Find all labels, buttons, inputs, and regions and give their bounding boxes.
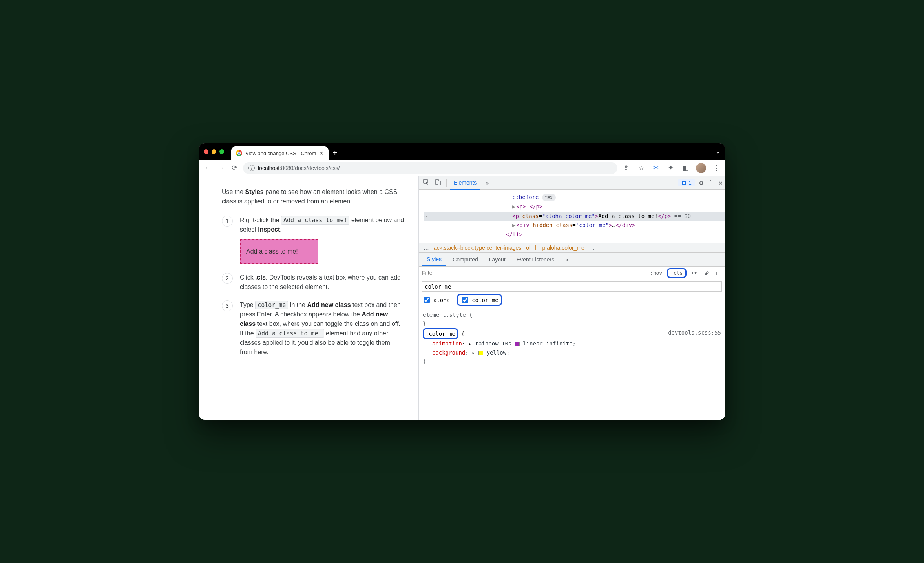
menu-icon[interactable]: ⋮	[712, 164, 721, 172]
sidepanel-icon[interactable]: ◧	[681, 164, 690, 172]
more-subtabs-icon[interactable]: »	[561, 253, 573, 266]
devtools-panel: Elements » 1 ⚙ ⋮ ✕ ::before flex ▶<p>…</…	[419, 176, 725, 420]
intro-text: Use the Styles pane to see how an elemen…	[222, 187, 404, 206]
close-icon[interactable]	[204, 149, 208, 154]
kebab-icon[interactable]: ⋮	[708, 179, 714, 186]
tab-layout[interactable]: Layout	[484, 253, 510, 266]
url-port: :8080	[279, 165, 293, 171]
dom-tree[interactable]: ::before flex ▶<p>…</p> ⋯ <p class="aloh…	[419, 190, 725, 243]
share-icon[interactable]: ⇪	[621, 164, 631, 172]
close-tab-icon[interactable]: ✕	[319, 150, 324, 156]
step-3: Type color_me in the Add new class text …	[222, 300, 404, 357]
code-snippet: color_me	[255, 301, 288, 309]
window-controls	[204, 149, 224, 154]
styles-subtabs: Styles Computed Layout Event Listeners »	[419, 253, 725, 267]
class-toggle-color-me[interactable]: color_me	[460, 296, 498, 304]
filter-row: :hov .cls +▾ 🖌 ◫	[419, 267, 725, 280]
svg-rect-4	[683, 182, 685, 183]
hov-button[interactable]: :hov	[648, 269, 665, 277]
forward-button[interactable]: →	[216, 164, 226, 172]
titlebar: View and change CSS - Chrom ✕ + ⌄	[199, 143, 725, 160]
breadcrumb-item[interactable]: p.aloha.color_me	[542, 245, 584, 251]
close-devtools-icon[interactable]: ✕	[719, 179, 723, 186]
filter-input[interactable]	[422, 268, 645, 278]
breadcrumb-item[interactable]: ol	[526, 245, 530, 251]
step-2: Click .cls. DevTools reveals a text box …	[222, 273, 404, 292]
page-content: Use the Styles pane to see how an elemen…	[199, 176, 419, 420]
tab-styles[interactable]: Styles	[422, 253, 446, 266]
selected-node[interactable]: ⋯ <p class="aloha color_me">Add a class …	[424, 212, 725, 221]
rule-source-link[interactable]: _devtools.scss:55	[665, 328, 721, 339]
add-class-input[interactable]	[422, 282, 722, 292]
paint-icon[interactable]: 🖌	[702, 269, 712, 277]
svg-rect-2	[438, 181, 441, 185]
reload-button[interactable]: ⟳	[230, 164, 239, 172]
tab-event-listeners[interactable]: Event Listeners	[512, 253, 559, 266]
back-button[interactable]: ←	[203, 164, 212, 172]
new-tab-button[interactable]: +	[332, 148, 337, 157]
extensions-icon[interactable]: ✦	[666, 164, 676, 172]
avatar[interactable]	[696, 163, 706, 173]
inspect-icon[interactable]	[421, 179, 431, 186]
breadcrumb-item[interactable]: ack.stack--block.type.center-images	[434, 245, 521, 251]
color-swatch-icon[interactable]	[478, 351, 483, 355]
minimize-icon[interactable]	[212, 149, 216, 154]
address-bar[interactable]: i localhost:8080/docs/devtools/css/	[243, 162, 617, 174]
url-path: /docs/devtools/css/	[293, 165, 340, 171]
more-tabs-icon[interactable]: »	[482, 180, 492, 186]
gear-icon[interactable]: ⚙	[699, 179, 703, 186]
toolbar: ← → ⟳ i localhost:8080/docs/devtools/css…	[199, 160, 725, 176]
element-style-rule: element.style {	[423, 311, 721, 319]
chrome-icon	[236, 150, 242, 156]
code-snippet: Add a class to me!	[281, 216, 350, 225]
computed-toggle-icon[interactable]: ◫	[714, 269, 722, 277]
devtools-tabs: Elements » 1 ⚙ ⋮ ✕	[419, 176, 725, 190]
breadcrumb[interactable]: … ack.stack--block.type.center-images ol…	[419, 243, 725, 253]
tab-elements[interactable]: Elements	[450, 176, 480, 190]
class-toggle-aloha[interactable]: aloha	[422, 296, 450, 304]
device-toggle-icon[interactable]	[433, 179, 443, 186]
rule-selector[interactable]: .color_me	[423, 328, 458, 339]
styles-rules[interactable]: element.style { } .color_me { _devtools.…	[419, 309, 725, 367]
breadcrumb-item[interactable]: li	[535, 245, 537, 251]
svg-rect-5	[683, 183, 685, 184]
browser-tab[interactable]: View and change CSS - Chrom ✕	[231, 146, 329, 160]
code-snippet: Add a class to me!	[256, 329, 324, 338]
step-1: Right-click the Add a class to me! eleme…	[222, 216, 404, 264]
svg-rect-3	[682, 181, 686, 185]
scissors-icon[interactable]: ✂	[651, 164, 661, 172]
cls-button[interactable]: .cls	[667, 268, 686, 278]
url-host: localhost	[258, 165, 279, 171]
class-toggles: aloha color_me	[419, 293, 725, 309]
issues-badge[interactable]: 1	[678, 179, 694, 186]
star-icon[interactable]: ☆	[636, 164, 646, 172]
demo-element[interactable]: Add a class to me!	[240, 239, 318, 264]
easing-swatch-icon[interactable]	[515, 342, 520, 346]
maximize-icon[interactable]	[219, 149, 224, 154]
tab-title: View and change CSS - Chrom	[245, 150, 316, 156]
new-rule-icon[interactable]: +▾	[689, 269, 700, 277]
info-icon[interactable]: i	[248, 165, 255, 171]
chevron-down-icon[interactable]: ⌄	[716, 148, 720, 155]
flex-badge[interactable]: flex	[542, 194, 556, 201]
browser-window: View and change CSS - Chrom ✕ + ⌄ ← → ⟳ …	[199, 143, 725, 420]
tab-computed[interactable]: Computed	[448, 253, 483, 266]
